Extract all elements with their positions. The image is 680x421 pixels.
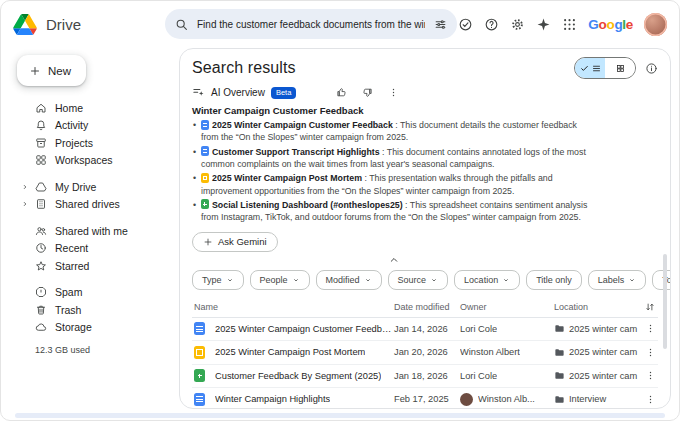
- expand-caret-icon[interactable]: [21, 200, 29, 208]
- view-controls: [574, 57, 658, 79]
- drive-logo-icon: [13, 14, 37, 35]
- drive-brand[interactable]: Drive: [13, 14, 165, 35]
- beta-badge: Beta: [271, 87, 296, 99]
- sidebar-item-shared-with-me[interactable]: Shared with me: [15, 222, 169, 240]
- list-view-button[interactable]: [575, 58, 605, 78]
- row-more-icon[interactable]: [642, 347, 658, 358]
- list-view-icon: [592, 64, 601, 73]
- sort-order-icon[interactable]: [642, 302, 658, 312]
- sidebar-item-projects[interactable]: Projects: [15, 134, 169, 152]
- sidebar-item-recent[interactable]: Recent: [15, 240, 169, 258]
- table-row[interactable]: 2025 Winter Campaign Customer Feedback J…: [192, 318, 658, 342]
- sidebar-item-spam[interactable]: Spam: [15, 284, 169, 302]
- column-header-date-modified[interactable]: Date modified: [394, 302, 460, 312]
- home-icon: [35, 102, 47, 114]
- sidebar-item-starred[interactable]: Starred: [15, 257, 169, 275]
- check-icon: [580, 64, 589, 73]
- ai-bullet: Customer Support Transcript Highlights :…: [192, 146, 596, 171]
- new-button[interactable]: New: [17, 55, 86, 86]
- status-check-icon[interactable]: [458, 17, 473, 32]
- file-name: Winter Campaign Highlights: [215, 394, 330, 404]
- ai-bullet: 2025 Winter Campaign Customer Feedback :…: [192, 119, 596, 144]
- column-header-owner[interactable]: Owner: [460, 302, 554, 312]
- filter-chips: Type People Modified Source Location Tit…: [192, 270, 658, 290]
- ai-overview-heading: Winter Campaign Customer Feedback: [192, 105, 596, 116]
- sidebar-nav-group-3: Shared with me Recent Starred: [15, 222, 169, 275]
- ask-gemini-button[interactable]: Ask Gemini: [192, 232, 278, 252]
- search-icon: [175, 18, 188, 31]
- ai-overview-more-icon[interactable]: [388, 87, 399, 98]
- filter-chip-labels[interactable]: Labels: [588, 270, 647, 290]
- chevron-down-icon: [502, 276, 510, 284]
- file-link[interactable]: 2025 Winter Campaign Customer Feedback: [212, 120, 393, 130]
- thumbs-down-icon[interactable]: [362, 87, 373, 98]
- file-name: 2025 Winter Campaign Customer Feedback: [215, 324, 394, 334]
- owner-name: Lori Cole: [460, 324, 497, 334]
- filter-chip-source[interactable]: Source: [388, 270, 449, 290]
- folder-icon: [554, 394, 565, 405]
- thumbs-up-icon[interactable]: [336, 87, 347, 98]
- app-name: Drive: [46, 16, 81, 33]
- row-more-icon[interactable]: [642, 323, 658, 334]
- shared-drives-icon: [35, 198, 47, 210]
- chevron-down-icon: [364, 276, 372, 284]
- column-header-location[interactable]: Location: [554, 302, 642, 312]
- account-avatar[interactable]: [644, 13, 667, 36]
- row-more-icon[interactable]: [642, 394, 658, 405]
- vertical-scrollbar[interactable]: [663, 254, 667, 349]
- collapse-overview-button[interactable]: [192, 254, 596, 266]
- gemini-sparkle-icon[interactable]: [536, 17, 551, 32]
- sidebar-item-trash[interactable]: Trash: [15, 301, 169, 319]
- filter-chip-title-only[interactable]: Title only: [526, 270, 582, 290]
- horizontal-scrollbar[interactable]: [15, 413, 665, 418]
- grid-view-button[interactable]: [605, 58, 635, 78]
- row-more-icon[interactable]: [642, 370, 658, 381]
- projects-box-icon: [35, 137, 47, 149]
- sidebar-item-shared-drives[interactable]: Shared drives: [15, 196, 169, 214]
- owner-name: Winston Alb...: [478, 394, 535, 404]
- details-info-icon[interactable]: [645, 62, 658, 75]
- help-icon[interactable]: [484, 17, 499, 32]
- expand-caret-icon[interactable]: [21, 183, 29, 191]
- people-icon: [35, 225, 47, 237]
- docs-file-icon: [201, 120, 209, 130]
- filter-chip-type[interactable]: Type: [192, 270, 244, 290]
- sidebar-item-storage[interactable]: Storage: [15, 319, 169, 337]
- top-bar: Drive: [1, 1, 679, 47]
- owner-name: Winston Albert: [460, 347, 520, 357]
- column-header-name[interactable]: Name: [192, 302, 394, 312]
- file-link[interactable]: Customer Support Transcript Highlights: [212, 147, 380, 157]
- file-link[interactable]: Social Listening Dashboard (#ontheslopes…: [212, 200, 403, 210]
- table-header: Name Date modified Owner Location: [192, 298, 658, 318]
- sidebar-item-home[interactable]: Home: [15, 99, 169, 117]
- filter-chip-location[interactable]: Location: [454, 270, 520, 290]
- apps-grid-icon[interactable]: [562, 17, 577, 32]
- ai-overview-label: AI Overview: [211, 87, 265, 98]
- sidebar-item-workspaces[interactable]: Workspaces: [15, 152, 169, 170]
- owner-name: Lori Cole: [460, 371, 497, 381]
- chevron-down-icon: [628, 276, 636, 284]
- top-bar-actions: Google: [458, 13, 667, 36]
- sidebar-item-my-drive[interactable]: My Drive: [15, 178, 169, 196]
- location-name: 2025 winter cam: [569, 347, 637, 357]
- settings-gear-icon[interactable]: [510, 17, 525, 32]
- location-name: 2025 winter cam: [569, 324, 637, 334]
- docs-file-icon: [194, 393, 205, 406]
- table-row[interactable]: Customer Feedback By Segment (2025) Jan …: [192, 365, 658, 389]
- filter-chip-to-do[interactable]: To do: [652, 270, 671, 290]
- my-drive-icon: [35, 181, 47, 193]
- chevron-up-icon: [388, 254, 400, 266]
- table-row[interactable]: Winter Campaign Highlights Feb 17, 2025 …: [192, 388, 658, 409]
- filter-chip-people[interactable]: People: [250, 270, 310, 290]
- search-bar[interactable]: [165, 9, 457, 39]
- main-panel: Search results: [179, 48, 671, 409]
- activity-bell-icon: [35, 119, 47, 131]
- file-link[interactable]: 2025 Winter Campaign Post Mortem: [212, 173, 362, 183]
- table-row[interactable]: 2025 Winter Campaign Post Mortem Jan 20,…: [192, 341, 658, 365]
- search-filters-icon[interactable]: [434, 18, 447, 31]
- search-input[interactable]: [195, 18, 427, 31]
- sidebar: New Home Activity Projects Workspaces: [1, 47, 177, 420]
- docs-file-icon: [194, 322, 205, 335]
- filter-chip-modified[interactable]: Modified: [316, 270, 382, 290]
- sidebar-item-activity[interactable]: Activity: [15, 117, 169, 135]
